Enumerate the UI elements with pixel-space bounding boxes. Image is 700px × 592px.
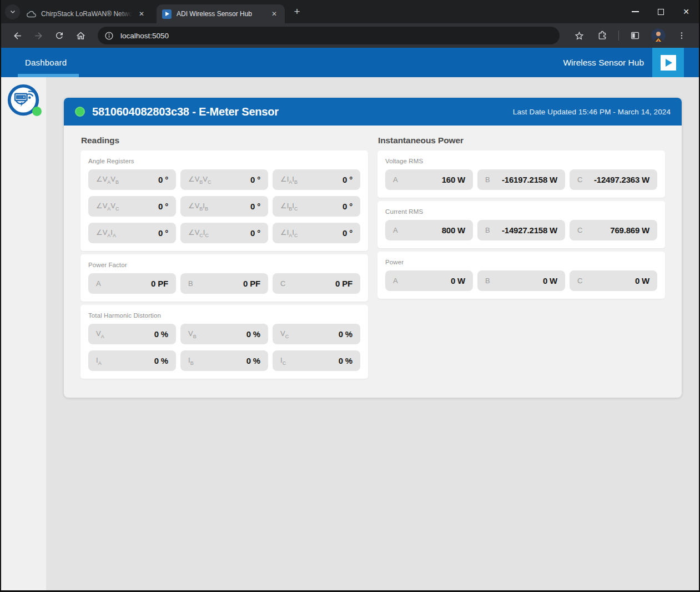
total-harmonic-distortion-pill: IC0 % — [273, 350, 360, 371]
pill-value: 0 % — [154, 356, 168, 365]
pill-value: 0 ° — [158, 175, 168, 184]
site-info-icon[interactable] — [104, 31, 114, 41]
profile-avatar[interactable] — [651, 28, 666, 43]
back-icon — [12, 31, 23, 41]
card-label: Current RMS — [385, 208, 657, 215]
back-button[interactable] — [8, 26, 27, 45]
tab-strip: ChirpStack LoRaWAN® Networ ✕ ADI Wireles… — [1, 0, 699, 23]
voltage-rms-pill: A160 W — [385, 169, 473, 190]
pill-label: C — [577, 175, 582, 184]
power-pill: B0 W — [477, 270, 565, 291]
tab-search-button[interactable] — [5, 4, 20, 19]
current-rms-pill: A800 W — [385, 220, 473, 240]
pill-label: B — [485, 277, 490, 285]
pill-value: 0 ° — [343, 228, 352, 238]
pill-value: 0 % — [246, 356, 260, 365]
total-harmonic-distortion-pill: IA0 % — [88, 350, 176, 371]
pill-label: ∠VBIB — [188, 202, 208, 212]
extensions-button[interactable] — [593, 26, 612, 45]
minimize-button[interactable] — [622, 0, 648, 23]
pill-label: ∠VAVB — [96, 175, 119, 185]
metric-grid: ∠VAVB0 °∠VBVC0 °∠IAIB0 °∠VAVC0 °∠VBIB0 °… — [88, 169, 360, 243]
pill-label: B — [485, 226, 490, 234]
pill-label: ∠VCIC — [188, 228, 209, 238]
device-status-dot — [32, 107, 42, 116]
last-updated-text: Last Date Updated 15:46 PM - March 14, 2… — [513, 108, 671, 116]
power-pill: A0 W — [385, 270, 473, 291]
angle-registers-pill: ∠VBIB0 ° — [180, 196, 268, 217]
pill-label: C — [280, 279, 285, 288]
angle-registers-pill: ∠VCIC0 ° — [180, 223, 268, 243]
pill-label: IB — [188, 356, 194, 366]
voltage-rms-pill: C-12497.2363 W — [570, 169, 657, 190]
pill-label: VA — [96, 329, 104, 339]
reload-button[interactable] — [50, 26, 69, 45]
pill-label: IC — [280, 356, 286, 366]
pill-label: A — [393, 175, 398, 184]
toolbar-right — [567, 26, 693, 45]
pill-label: C — [577, 277, 582, 285]
voltage-rms-card: Voltage RMSA160 WB-16197.2158 WC-12497.2… — [377, 150, 665, 198]
power-pill: C0 W — [570, 270, 657, 291]
bookmark-button[interactable] — [570, 26, 588, 45]
adi-logo[interactable] — [652, 48, 684, 77]
metric-grid: A0 WB0 WC0 W — [385, 270, 657, 291]
tab-title: ADI Wireless Sensor Hub — [177, 10, 265, 18]
total-harmonic-distortion-pill: VB0 % — [180, 324, 268, 344]
browser-window: ChirpStack LoRaWAN® Networ ✕ ADI Wireles… — [1, 0, 699, 590]
kebab-menu-icon — [677, 31, 686, 40]
minimize-icon — [632, 11, 639, 12]
forward-icon — [33, 31, 44, 41]
navbar-right: Wireless Sensor Hub — [563, 48, 699, 77]
tab-title: ChirpStack LoRaWAN® Networ — [41, 10, 132, 18]
voltage-rms-pill: B-16197.2158 W — [477, 169, 565, 190]
tab-adi-wireless-sensor-hub[interactable]: ADI Wireless Sensor Hub ✕ — [157, 4, 285, 23]
home-icon — [75, 31, 86, 41]
pill-value: 0 % — [154, 329, 168, 339]
power-card: PowerA0 WB0 WC0 W — [377, 252, 665, 299]
readings-column: Readings Angle Registers∠VAVB0 °∠VBVC0 °… — [80, 134, 368, 379]
url-text[interactable]: localhost:5050 — [120, 32, 169, 40]
browser-toolbar: localhost:5050 — [1, 23, 699, 48]
card-label: Power — [385, 259, 657, 265]
angle-registers-pill: ∠VAIA0 ° — [88, 223, 176, 243]
pill-value: 0 PF — [243, 279, 260, 288]
close-tab-icon[interactable]: ✕ — [269, 9, 279, 19]
pill-label: B — [188, 279, 193, 288]
adi-logo-square — [661, 55, 676, 71]
angle-registers-pill: ∠VAVB0 ° — [88, 169, 176, 190]
total-harmonic-distortion-card: Total Harmonic DistortionVA0 %VB0 %VC0 %… — [80, 305, 368, 379]
pill-label: IA — [96, 356, 102, 366]
pill-value: 0 ° — [343, 202, 352, 211]
close-window-button[interactable]: ✕ — [673, 0, 699, 23]
pill-label: B — [485, 175, 490, 184]
current-rms-pill: C769.869 W — [570, 220, 657, 240]
maximize-button[interactable] — [648, 0, 673, 23]
forward-button[interactable] — [29, 26, 48, 45]
sensor-panel: 5810604082803c38 - E-Meter Sensor Last D… — [64, 98, 682, 398]
pill-value: 0 ° — [343, 175, 352, 184]
address-bar[interactable]: localhost:5050 — [98, 27, 560, 44]
readings-title: Readings — [81, 136, 368, 146]
pill-label: A — [96, 279, 101, 288]
power-factor-pill: B0 PF — [180, 273, 268, 294]
pill-label: VB — [188, 329, 197, 339]
angle-registers-pill: ∠IAIB0 ° — [273, 169, 360, 190]
card-label: Voltage RMS — [385, 158, 657, 164]
close-tab-icon[interactable]: ✕ — [137, 9, 147, 19]
home-button[interactable] — [71, 26, 90, 45]
new-tab-button[interactable]: + — [289, 4, 305, 19]
pill-value: 0 % — [246, 329, 260, 339]
puzzle-icon — [597, 31, 607, 41]
pill-value: 769.869 W — [610, 225, 649, 235]
device-header: 5810604082803c38 - E-Meter Sensor Last D… — [64, 98, 682, 126]
pill-value: 0 W — [635, 276, 649, 285]
pill-value: 0 W — [451, 276, 465, 285]
tab-chirpstack[interactable]: ChirpStack LoRaWAN® Networ ✕ — [21, 4, 152, 23]
sidebar-item-emeter-sensor[interactable] — [7, 83, 40, 117]
browser-menu-button[interactable] — [672, 26, 691, 45]
pill-value: -14927.2158 W — [502, 225, 557, 235]
maximize-icon — [658, 9, 664, 15]
side-panel-button[interactable] — [626, 26, 644, 45]
nav-item-dashboard[interactable]: Dashboard — [25, 58, 67, 67]
